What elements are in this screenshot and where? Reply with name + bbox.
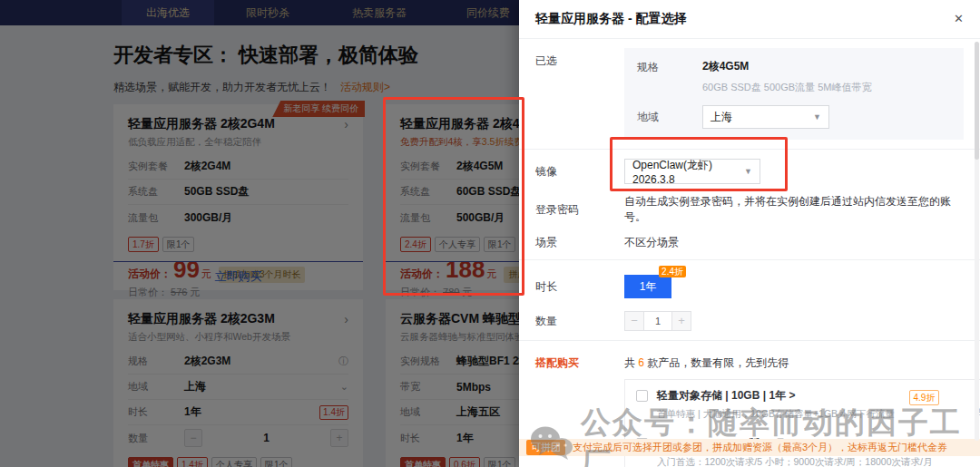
quantity-stepper: − 1 + [624, 311, 691, 331]
annotation-box-image-select [610, 137, 788, 191]
bundle-header-suffix: 款产品，数量有限，先到先得 [644, 356, 789, 369]
region-label: 地域 [637, 109, 702, 125]
bundle-label: 搭配购买 [535, 350, 624, 371]
selected-label: 已选 [535, 48, 624, 69]
group-buy-chip[interactable]: 可拼团 [526, 440, 565, 455]
selected-summary: 规格 2核4G5M 60GB SSD盘 500GB流量 5M峰值带宽 地域 上海… [624, 48, 964, 140]
quantity-plus-button[interactable]: + [671, 311, 691, 331]
item-title[interactable]: 轻量对象存储 | 10GB | 1年 > [657, 388, 902, 404]
duration-option-1year[interactable]: 1年 [624, 275, 671, 298]
annotation-box-card [383, 97, 524, 296]
duration-discount-tag: 2.4折 [659, 266, 686, 277]
scrollbar[interactable] [975, 42, 979, 441]
spec-desc: 60GB SSD盘 500GB流量 5M峰值带宽 [702, 81, 871, 94]
spec-value: 2核4G5M [702, 59, 871, 74]
scene-label: 场景 [535, 235, 624, 250]
password-label: 登录密码 [535, 202, 624, 218]
item-checkbox[interactable] [636, 390, 648, 402]
quantity-minus-button[interactable]: − [624, 311, 644, 331]
scene-value: 不区分场景 [624, 235, 679, 250]
spec-label: 规格 [637, 59, 702, 75]
bundle-item: 轻量对象存储 | 10GB | 1年 > 首单特惠 | 大陆通用，10GB存储容… [636, 380, 980, 428]
region-select[interactable]: 上海 ▼ [702, 105, 829, 129]
quantity-value: 1 [644, 311, 671, 331]
close-icon[interactable]: ✕ [950, 8, 967, 29]
drawer-title: 轻量应用服务器 - 配置选择 [535, 11, 686, 27]
duration-label: 时长 [535, 279, 624, 295]
bundle-header-prefix: 共 [624, 356, 638, 369]
scrollbar-thumb[interactable] [975, 42, 979, 160]
item-desc: 首单特惠 | 大陆通用，10GB存储容量+1GB外网下行流量 [657, 408, 902, 421]
group-buy-text: 支付完成后可选择开团或参团，拼成加赠资源（最高3个月），达标再返无门槛代金券 [573, 441, 947, 454]
chevron-down-icon: ▼ [813, 112, 821, 122]
item-discount-chip: 4.9折 [909, 390, 940, 405]
config-drawer: 轻量应用服务器 - 配置选择 ✕ 已选 规格 2核4G5M 60GB SSD盘 … [519, 0, 980, 467]
bundle-header: 共 6 款产品，数量有限，先到先得 [624, 350, 980, 371]
group-buy-banner: 可拼团 支付完成后可选择开团或参团，拼成加赠资源（最高3个月），达标再返无门槛代… [519, 439, 980, 456]
password-desc: 自动生成实例登录密码，并将在实例创建后通过站内信发送至您的账号。 [624, 194, 964, 225]
item-desc: 入门首选：1200次请求/5 小时；9000次请求/周；18000次请求/月 [657, 456, 932, 467]
quantity-label: 数量 [535, 314, 624, 329]
region-value: 上海 [710, 110, 732, 125]
